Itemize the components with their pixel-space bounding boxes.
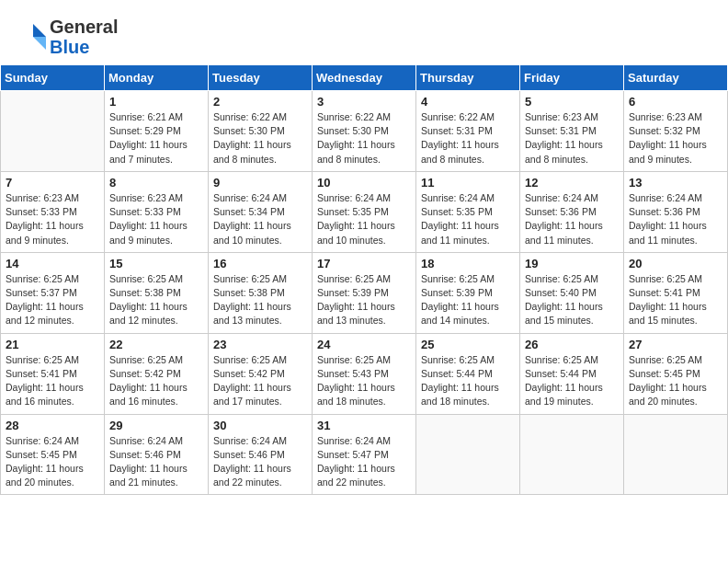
calendar-cell: 18Sunrise: 6:25 AMSunset: 5:39 PMDayligh… [416,252,520,333]
day-number: 7 [6,176,99,190]
calendar-cell: 9Sunrise: 6:24 AMSunset: 5:34 PMDaylight… [209,171,313,252]
day-number: 27 [629,338,722,351]
cell-info: Sunrise: 6:25 AMSunset: 5:37 PMDaylight:… [6,272,99,328]
day-number: 1 [109,95,203,109]
calendar-cell: 27Sunrise: 6:25 AMSunset: 5:45 PMDayligh… [624,333,728,414]
day-header-saturday: Saturday [624,65,728,91]
logo-blue: Blue [50,37,89,57]
calendar-cell: 21Sunrise: 6:25 AMSunset: 5:41 PMDayligh… [1,333,105,414]
cell-info: Sunrise: 6:25 AMSunset: 5:42 PMDaylight:… [213,353,307,409]
cell-info: Sunrise: 6:25 AMSunset: 5:42 PMDaylight:… [109,353,203,409]
day-number: 28 [6,419,99,432]
cell-info: Sunrise: 6:23 AMSunset: 5:33 PMDaylight:… [109,191,203,247]
day-number: 14 [6,257,99,270]
calendar-cell: 13Sunrise: 6:24 AMSunset: 5:36 PMDayligh… [624,171,728,252]
day-number: 5 [525,95,619,109]
cell-info: Sunrise: 6:25 AMSunset: 5:38 PMDaylight:… [213,272,307,328]
calendar-cell: 30Sunrise: 6:24 AMSunset: 5:46 PMDayligh… [209,414,313,495]
calendar-cell: 29Sunrise: 6:24 AMSunset: 5:46 PMDayligh… [105,414,209,495]
cell-info: Sunrise: 6:24 AMSunset: 5:46 PMDaylight:… [213,434,307,490]
calendar-cell: 17Sunrise: 6:25 AMSunset: 5:39 PMDayligh… [313,252,416,333]
day-number: 16 [213,257,307,270]
cell-info: Sunrise: 6:25 AMSunset: 5:43 PMDaylight:… [317,353,411,409]
day-number: 4 [421,95,515,109]
calendar-cell [520,414,624,495]
cell-info: Sunrise: 6:24 AMSunset: 5:45 PMDaylight:… [6,434,99,490]
day-number: 13 [629,176,722,190]
day-number: 6 [629,95,722,109]
cell-info: Sunrise: 6:25 AMSunset: 5:40 PMDaylight:… [525,272,619,328]
day-number: 19 [525,257,619,270]
day-number: 10 [317,176,411,190]
day-number: 26 [525,338,619,351]
calendar-cell: 28Sunrise: 6:24 AMSunset: 5:45 PMDayligh… [1,414,105,495]
day-number: 29 [109,419,203,432]
calendar-cell [1,91,105,172]
calendar-cell: 24Sunrise: 6:25 AMSunset: 5:43 PMDayligh… [313,333,416,414]
day-header-sunday: Sunday [1,65,105,91]
day-number: 11 [421,176,515,190]
svg-marker-1 [33,37,46,50]
day-number: 8 [109,176,203,190]
day-number: 22 [109,338,203,351]
cell-info: Sunrise: 6:25 AMSunset: 5:38 PMDaylight:… [109,272,203,328]
cell-info: Sunrise: 6:24 AMSunset: 5:34 PMDaylight:… [213,191,307,247]
day-number: 24 [317,338,411,351]
cell-info: Sunrise: 6:25 AMSunset: 5:41 PMDaylight:… [629,272,722,328]
calendar-week-row: 1Sunrise: 6:21 AMSunset: 5:29 PMDaylight… [1,91,728,172]
calendar-cell: 6Sunrise: 6:23 AMSunset: 5:32 PMDaylight… [624,91,728,172]
calendar-cell: 12Sunrise: 6:24 AMSunset: 5:36 PMDayligh… [520,171,624,252]
cell-info: Sunrise: 6:24 AMSunset: 5:35 PMDaylight:… [421,191,515,247]
calendar-week-row: 7Sunrise: 6:23 AMSunset: 5:33 PMDaylight… [1,171,728,252]
logo-general: General [50,17,118,37]
calendar-cell: 26Sunrise: 6:25 AMSunset: 5:44 PMDayligh… [520,333,624,414]
calendar-cell: 3Sunrise: 6:22 AMSunset: 5:30 PMDaylight… [313,91,416,172]
calendar-week-row: 28Sunrise: 6:24 AMSunset: 5:45 PMDayligh… [1,414,728,495]
logo-icon [17,20,46,53]
cell-info: Sunrise: 6:25 AMSunset: 5:39 PMDaylight:… [421,272,515,328]
calendar-cell: 2Sunrise: 6:22 AMSunset: 5:30 PMDaylight… [209,91,313,172]
svg-marker-0 [33,24,46,37]
cell-info: Sunrise: 6:23 AMSunset: 5:33 PMDaylight:… [6,191,99,247]
calendar-cell: 16Sunrise: 6:25 AMSunset: 5:38 PMDayligh… [209,252,313,333]
day-header-thursday: Thursday [416,65,520,91]
day-header-wednesday: Wednesday [313,65,416,91]
cell-info: Sunrise: 6:25 AMSunset: 5:44 PMDaylight:… [421,353,515,409]
day-number: 25 [421,338,515,351]
calendar-cell: 19Sunrise: 6:25 AMSunset: 5:40 PMDayligh… [520,252,624,333]
cell-info: Sunrise: 6:24 AMSunset: 5:36 PMDaylight:… [525,191,619,247]
cell-info: Sunrise: 6:25 AMSunset: 5:44 PMDaylight:… [525,353,619,409]
calendar-table: SundayMondayTuesdayWednesdayThursdayFrid… [0,64,728,495]
calendar-cell: 23Sunrise: 6:25 AMSunset: 5:42 PMDayligh… [209,333,313,414]
calendar-cell: 5Sunrise: 6:23 AMSunset: 5:31 PMDaylight… [520,91,624,172]
calendar-cell: 15Sunrise: 6:25 AMSunset: 5:38 PMDayligh… [105,252,209,333]
cell-info: Sunrise: 6:23 AMSunset: 5:31 PMDaylight:… [525,110,619,167]
day-number: 2 [213,95,307,109]
day-number: 17 [317,257,411,270]
day-header-friday: Friday [520,65,624,91]
day-header-monday: Monday [105,65,209,91]
cell-info: Sunrise: 6:22 AMSunset: 5:30 PMDaylight:… [213,110,307,167]
page-header: General Blue [0,0,728,64]
calendar-cell [624,414,728,495]
cell-info: Sunrise: 6:25 AMSunset: 5:41 PMDaylight:… [6,353,99,409]
calendar-cell: 22Sunrise: 6:25 AMSunset: 5:42 PMDayligh… [105,333,209,414]
day-number: 21 [6,338,99,351]
calendar-cell: 4Sunrise: 6:22 AMSunset: 5:31 PMDaylight… [416,91,520,172]
day-number: 15 [109,257,203,270]
calendar-week-row: 14Sunrise: 6:25 AMSunset: 5:37 PMDayligh… [1,252,728,333]
calendar-cell: 14Sunrise: 6:25 AMSunset: 5:37 PMDayligh… [1,252,105,333]
calendar-cell [416,414,520,495]
calendar-week-row: 21Sunrise: 6:25 AMSunset: 5:41 PMDayligh… [1,333,728,414]
calendar-header-row: SundayMondayTuesdayWednesdayThursdayFrid… [1,65,728,91]
cell-info: Sunrise: 6:23 AMSunset: 5:32 PMDaylight:… [629,110,722,167]
day-number: 9 [213,176,307,190]
cell-info: Sunrise: 6:24 AMSunset: 5:46 PMDaylight:… [109,434,203,490]
cell-info: Sunrise: 6:24 AMSunset: 5:36 PMDaylight:… [629,191,722,247]
calendar-cell: 7Sunrise: 6:23 AMSunset: 5:33 PMDaylight… [1,171,105,252]
day-number: 23 [213,338,307,351]
day-number: 18 [421,257,515,270]
calendar-cell: 20Sunrise: 6:25 AMSunset: 5:41 PMDayligh… [624,252,728,333]
calendar-cell: 10Sunrise: 6:24 AMSunset: 5:35 PMDayligh… [313,171,416,252]
day-number: 20 [629,257,722,270]
